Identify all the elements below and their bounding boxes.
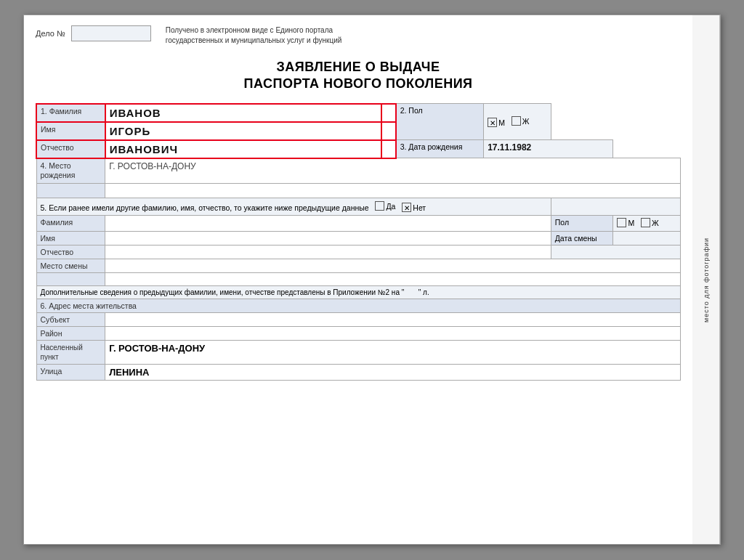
imya-value-cell: ИГОРЬ bbox=[105, 122, 381, 140]
header-note-line2: государственных и муниципальных услуг и … bbox=[166, 36, 342, 44]
pol-checkboxes-cell: М Ж bbox=[484, 104, 551, 140]
familiya-label-cell: 1. Фамилия bbox=[36, 104, 105, 122]
data-smeny-label-cell: Дата смены bbox=[551, 232, 613, 245]
header-note-line1: Получено в электронном виде с Единого по… bbox=[166, 26, 333, 34]
filler-top-right bbox=[551, 104, 680, 122]
title-line1: ЗАЯВЛЕНИЕ О ВЫДАЧЕ bbox=[36, 59, 681, 76]
dop-sved-text: Дополнительные сведения о предыдущих фам… bbox=[41, 288, 405, 296]
checkbox-zh bbox=[512, 116, 521, 126]
adres-header-label: 6. Адрес места жительства bbox=[41, 301, 137, 310]
prev-otchestvo-filler bbox=[551, 245, 680, 259]
imya-end-cell bbox=[381, 122, 396, 140]
familiya-value: ИВАНОВ bbox=[110, 107, 161, 119]
otchestvo-value: ИВАНОВИЧ bbox=[110, 143, 178, 155]
section5-text-cell: 5. Если ранее имели другие фамилию, имя,… bbox=[36, 198, 551, 216]
net-label: Нет bbox=[413, 203, 426, 212]
mesto-smeny-label-cell: Место смены bbox=[36, 259, 105, 273]
form-table: 1. Фамилия ИВАНОВ 2. Пол М bbox=[36, 103, 681, 381]
imya-row: Имя ИГОРЬ bbox=[36, 122, 681, 140]
prev-imya-value-cell bbox=[105, 232, 551, 245]
prev-otchestvo-label-cell: Отчество bbox=[36, 245, 105, 259]
photo-sidebar: место для фотографии bbox=[692, 15, 720, 544]
form-title: ЗАЯВЛЕНИЕ О ВЫДАЧЕ ПАСПОРТА НОВОГО ПОКОЛ… bbox=[36, 59, 681, 93]
sub-label: Субъект bbox=[41, 315, 70, 324]
sub-value-cell bbox=[105, 313, 681, 327]
rayon-label: Район bbox=[41, 329, 62, 338]
rayon-label-cell: Район bbox=[36, 327, 105, 341]
data-rozhdeniya-label-cell: 3. Дата рождения bbox=[396, 140, 484, 158]
familiya-end-cell bbox=[381, 104, 396, 122]
da-wrap: Да bbox=[375, 201, 395, 211]
prev-pol-m-wrap: М bbox=[617, 218, 634, 227]
sub-row: Субъект bbox=[36, 313, 681, 327]
header-note: Получено в электронном виде с Единого по… bbox=[166, 25, 681, 46]
da-label: Да bbox=[386, 202, 395, 211]
pol-label-cell: 2. Пол bbox=[396, 104, 484, 140]
header-row: Дело № Получено в электронном виде с Еди… bbox=[36, 25, 681, 46]
nas-punkt-label-cell: Населенныйпункт bbox=[36, 341, 105, 365]
checkbox-da bbox=[375, 201, 384, 211]
section5-filler bbox=[551, 198, 680, 216]
otchestvo-value-cell: ИВАНОВИЧ bbox=[105, 140, 381, 158]
mesto-rozhdeniya-value: Г. РОСТОВ-НА-ДОНУ bbox=[109, 161, 196, 171]
title-line2: ПАСПОРТА НОВОГО ПОКОЛЕНИЯ bbox=[36, 76, 681, 92]
empty-smeny-label bbox=[36, 273, 105, 286]
checkbox-m bbox=[488, 118, 497, 127]
prev-familiya-label: Фамилия bbox=[41, 218, 73, 227]
prev-otchestvo-label: Отчество bbox=[41, 248, 74, 256]
mesto-smeny-label: Место смены bbox=[41, 261, 88, 270]
familiya-value-cell: ИВАНОВ bbox=[105, 104, 381, 122]
prev-otchestvo-value-cell bbox=[105, 245, 551, 259]
nas-punkt-row: Населенныйпункт Г. РОСТОВ-НА-ДОНУ bbox=[36, 341, 681, 365]
mesto-rozhdeniya-label-cell: 4. Месторождения bbox=[36, 158, 105, 184]
prev-checkbox-zh bbox=[641, 218, 650, 227]
empty-value-cell bbox=[105, 184, 681, 198]
delo-label: Дело № bbox=[36, 29, 65, 38]
otchestvo-label: Отчество bbox=[41, 143, 74, 152]
mesto-rozhdeniya-label: 4. Месторождения bbox=[41, 161, 76, 180]
otchestvo-label-cell: Отчество bbox=[36, 140, 105, 158]
nas-punkt-value-cell: Г. РОСТОВ-НА-ДОНУ bbox=[105, 341, 681, 365]
data-rozhdeniya-label: 3. Дата рождения bbox=[400, 142, 463, 151]
prev-imya-label-cell: Имя bbox=[36, 232, 105, 245]
sub-label-cell: Субъект bbox=[36, 313, 105, 327]
prev-pol-m-label: М bbox=[628, 219, 634, 227]
prev-familiya-label-cell: Фамилия bbox=[36, 216, 105, 232]
mesto-smeny-extra-row bbox=[36, 273, 681, 286]
pol-zh-label: Ж bbox=[522, 117, 530, 126]
mesto-smeny-value-cell bbox=[105, 259, 681, 273]
nas-punkt-label: Населенныйпункт bbox=[41, 344, 83, 361]
section5-row: 5. Если ранее имели другие фамилию, имя,… bbox=[36, 198, 681, 216]
pol-m-wrap: М bbox=[488, 118, 505, 127]
prev-imya-row: Имя Дата смены bbox=[36, 232, 681, 245]
mesto-rozhdeniya-row: 4. Месторождения Г. РОСТОВ-НА-ДОНУ bbox=[36, 158, 681, 184]
rayon-row: Район bbox=[36, 327, 681, 341]
prev-familiya-row: Фамилия Пол М bbox=[36, 216, 681, 232]
prev-pol-zh-label: Ж bbox=[652, 219, 659, 227]
ulitsa-row: Улица ЛЕНИНА bbox=[36, 365, 681, 381]
data-rozhdeniya-value-cell: 17.11.1982 bbox=[484, 140, 613, 158]
dop-sved-row: Дополнительные сведения о предыдущих фам… bbox=[36, 286, 681, 299]
dop-sved-cell: Дополнительные сведения о предыдущих фам… bbox=[36, 286, 681, 299]
rayon-value-cell bbox=[105, 327, 681, 341]
prev-checkbox-m bbox=[617, 218, 626, 227]
net-wrap: Нет bbox=[402, 203, 426, 212]
empty-label-cell bbox=[36, 184, 105, 198]
filler-imya-right bbox=[551, 122, 680, 140]
nas-punkt-value: Г. РОСТОВ-НА-ДОНУ bbox=[109, 343, 205, 354]
familiya-label: 1. Фамилия bbox=[41, 107, 81, 115]
adres-header-cell: 6. Адрес места жительства bbox=[36, 299, 681, 313]
imya-value: ИГОРЬ bbox=[110, 125, 151, 137]
data-smeny-label: Дата смены bbox=[555, 234, 597, 243]
prev-imya-label: Имя bbox=[41, 234, 55, 243]
mesto-smeny-row: Место смены bbox=[36, 259, 681, 273]
delo-input-box bbox=[71, 25, 151, 41]
adres-header-row: 6. Адрес места жительства bbox=[36, 299, 681, 313]
otchestvo-end-cell bbox=[381, 140, 396, 158]
imya-label-cell: Имя bbox=[36, 122, 105, 140]
checkbox-net bbox=[402, 203, 411, 212]
prev-pol-zh-wrap: Ж bbox=[641, 218, 659, 227]
photo-sidebar-label: место для фотографии bbox=[703, 237, 710, 322]
ulitsa-value-cell: ЛЕНИНА bbox=[105, 365, 681, 381]
main-content: Дело № Получено в электронном виде с Еди… bbox=[24, 15, 692, 544]
